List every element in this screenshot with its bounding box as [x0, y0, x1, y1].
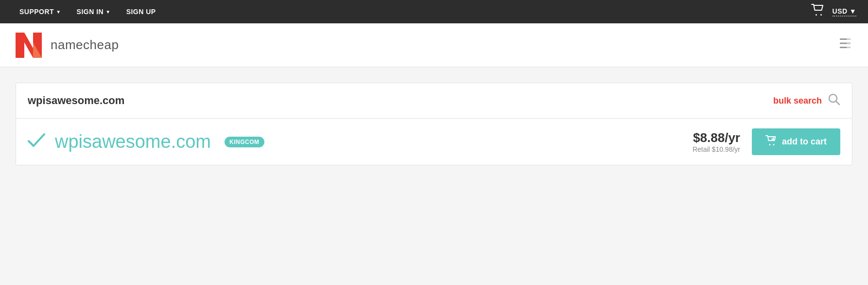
- add-to-cart-label: add to cart: [782, 137, 827, 147]
- svg-point-0: [816, 14, 817, 16]
- support-nav-item[interactable]: SUPPORT ▼: [12, 8, 69, 16]
- search-right: bulk search: [773, 93, 840, 108]
- logo-wrap: namecheap: [16, 33, 119, 58]
- search-box: wpisawesome.com bulk search: [16, 83, 852, 119]
- price-block: $8.88/yr Retail $10.98/yr: [693, 130, 740, 153]
- signin-chevron-icon: ▼: [105, 9, 110, 15]
- kingcom-badge: KINGCOM: [225, 137, 264, 147]
- signup-label: SIGN UP: [126, 8, 156, 16]
- cart-btn-icon: [765, 135, 777, 148]
- price-retail: Retail $10.98/yr: [693, 145, 740, 153]
- top-nav-right: USD ▼: [811, 4, 856, 19]
- currency-chevron-icon: ▼: [850, 7, 856, 15]
- svg-point-1: [820, 14, 822, 16]
- svg-line-11: [836, 101, 839, 105]
- svg-point-13: [773, 144, 774, 145]
- logo-icon: [16, 33, 45, 58]
- support-label: SUPPORT: [19, 8, 54, 16]
- site-header: namecheap: [0, 23, 868, 67]
- result-left: wpisawesome.com KINGCOM: [28, 131, 264, 152]
- search-domain-text: wpisawesome.com: [28, 94, 124, 107]
- cart-icon[interactable]: [811, 4, 825, 19]
- svg-rect-7: [847, 38, 851, 40]
- svg-rect-8: [847, 43, 851, 44]
- hamburger-menu-icon[interactable]: [838, 37, 852, 53]
- signin-nav-item[interactable]: SIGN IN ▼: [69, 8, 119, 16]
- currency-label: USD: [833, 7, 848, 15]
- svg-rect-9: [847, 47, 851, 48]
- top-nav: SUPPORT ▼ SIGN IN ▼ SIGN UP USD ▼: [0, 0, 868, 23]
- add-to-cart-button[interactable]: add to cart: [752, 128, 840, 155]
- available-check-icon: [28, 132, 45, 152]
- search-icon-button[interactable]: [828, 93, 840, 108]
- svg-point-12: [769, 144, 770, 145]
- logo-text: namecheap: [51, 37, 119, 53]
- signin-label: SIGN IN: [77, 8, 104, 16]
- top-nav-left: SUPPORT ▼ SIGN IN ▼ SIGN UP: [12, 8, 164, 16]
- price-main: $8.88/yr: [693, 130, 740, 145]
- bulk-search-link[interactable]: bulk search: [773, 96, 822, 106]
- signup-nav-item[interactable]: SIGN UP: [119, 8, 164, 16]
- main-content: wpisawesome.com bulk search wpisawesome.…: [0, 67, 868, 165]
- available-domain-name: wpisawesome.com: [55, 131, 211, 152]
- support-chevron-icon: ▼: [56, 9, 61, 15]
- result-right: $8.88/yr Retail $10.98/yr add to cart: [693, 128, 840, 155]
- currency-selector[interactable]: USD ▼: [833, 7, 856, 17]
- result-row: wpisawesome.com KINGCOM $8.88/yr Retail …: [16, 119, 852, 165]
